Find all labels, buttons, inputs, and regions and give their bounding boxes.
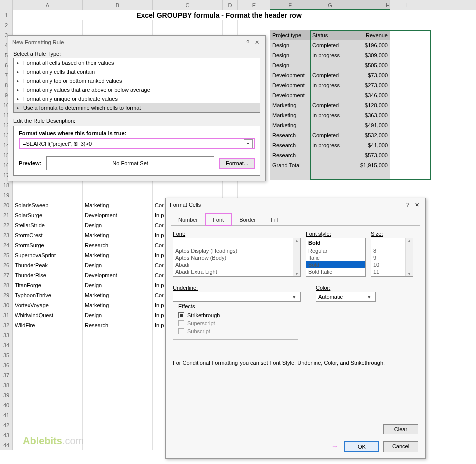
cell[interactable] (350, 20, 390, 30)
cell[interactable] (390, 90, 422, 100)
cell[interactable]: Development (270, 80, 310, 90)
cell[interactable]: Completed (310, 130, 350, 140)
cell[interactable] (390, 110, 422, 120)
cell[interactable]: Design (270, 50, 310, 60)
cell[interactable] (13, 340, 83, 350)
cell[interactable] (153, 180, 223, 190)
cell[interactable]: WhirlwindQuest (13, 310, 83, 320)
font-style-listbox[interactable]: Bold RegularItalicBoldBold Italic (306, 238, 366, 277)
cell[interactable]: Research (270, 150, 310, 160)
cell[interactable]: Project type (270, 30, 310, 40)
cell[interactable] (390, 120, 422, 130)
format-button[interactable]: Format... (219, 158, 255, 169)
row-header[interactable]: 37 (0, 370, 13, 380)
row-header[interactable]: 1 (0, 10, 13, 20)
cell[interactable]: $196,000 (350, 40, 390, 50)
row-header[interactable]: 26 (0, 260, 13, 270)
row-header[interactable]: 43 (0, 430, 13, 440)
help-icon[interactable]: ? (243, 39, 252, 45)
tab-number[interactable]: Number (171, 214, 205, 226)
cell[interactable] (390, 70, 422, 80)
cell[interactable] (310, 60, 350, 70)
row-header[interactable]: 35 (0, 350, 13, 360)
cell[interactable] (390, 50, 422, 60)
style-option[interactable]: Bold (306, 261, 365, 268)
cell[interactable]: $1,915,000 (350, 160, 390, 170)
cell[interactable] (390, 20, 422, 30)
row-header[interactable]: 42 (0, 420, 13, 430)
cell[interactable] (83, 430, 153, 440)
cell[interactable]: $505,000 (350, 60, 390, 70)
font-option[interactable]: Aptos Narrow (Body) (173, 254, 300, 261)
cell[interactable] (13, 420, 83, 430)
row-header[interactable]: 24 (0, 240, 13, 250)
cell[interactable]: Design (270, 40, 310, 50)
cell[interactable]: $128,000 (350, 100, 390, 110)
row-header[interactable]: 2 (0, 20, 13, 30)
cell[interactable] (270, 170, 310, 180)
tab-border[interactable]: Border (231, 214, 263, 226)
cell[interactable] (83, 380, 153, 390)
tab-fill[interactable]: Fill (263, 214, 285, 226)
cell[interactable] (13, 360, 83, 370)
row-header[interactable]: 20 (0, 200, 13, 210)
cell[interactable]: Research (83, 240, 153, 250)
cell[interactable] (153, 20, 223, 30)
cell[interactable] (13, 190, 83, 200)
cell[interactable]: Development (270, 70, 310, 80)
cell[interactable] (390, 140, 422, 150)
cell[interactable] (83, 400, 153, 410)
row-header[interactable]: 19 (0, 190, 13, 200)
cell[interactable]: Grand Total (270, 160, 310, 170)
row-header[interactable]: 18 (0, 180, 13, 190)
cell[interactable] (390, 30, 422, 40)
style-option[interactable]: Regular (306, 247, 365, 254)
cell[interactable]: Marketing (83, 290, 153, 300)
cell[interactable] (390, 40, 422, 50)
row-header[interactable]: 23 (0, 230, 13, 240)
cell[interactable]: Marketing (270, 110, 310, 120)
cell[interactable] (83, 390, 153, 400)
cell[interactable]: SolarisSweep (13, 200, 83, 210)
row-header[interactable]: 40 (0, 400, 13, 410)
cell[interactable] (310, 120, 350, 130)
cell[interactable] (310, 90, 350, 100)
tab-font[interactable]: Font (205, 214, 231, 226)
range-selector-icon[interactable]: ⭱ (244, 139, 253, 148)
cell[interactable]: Marketing (83, 230, 153, 240)
row-header[interactable]: 38 (0, 380, 13, 390)
cell[interactable]: Development (83, 270, 153, 280)
cell[interactable]: StormCrest (13, 230, 83, 240)
font-style-input[interactable]: Bold (306, 238, 365, 247)
cell[interactable]: SolarSurge (13, 210, 83, 220)
cell[interactable] (350, 170, 390, 180)
font-option[interactable]: Aptos Display (Headings) (173, 247, 300, 254)
font-option[interactable]: ADLaM Display (173, 275, 300, 277)
rule-type-item[interactable]: Format only values that are above or bel… (14, 85, 260, 94)
cell[interactable] (238, 180, 270, 190)
row-header[interactable]: 28 (0, 280, 13, 290)
row-header[interactable]: 34 (0, 340, 13, 350)
cell[interactable] (390, 180, 422, 190)
cell[interactable]: Design (83, 260, 153, 270)
row-header[interactable]: 32 (0, 320, 13, 330)
rule-type-item[interactable]: Format only cells that contain (14, 67, 260, 76)
col-header-B[interactable]: B (83, 0, 153, 10)
cell[interactable] (13, 180, 83, 190)
cell[interactable]: VortexVoyage (13, 300, 83, 310)
cell[interactable] (83, 410, 153, 420)
rule-type-list[interactable]: Format all cells based on their valuesFo… (13, 58, 260, 113)
col-header-G[interactable]: G (310, 0, 350, 10)
subscript-checkbox[interactable]: Subscript (178, 327, 293, 335)
cell[interactable]: TitanForge (13, 280, 83, 290)
cell[interactable]: TyphoonThrive (13, 290, 83, 300)
row-header[interactable]: 30 (0, 300, 13, 310)
cell[interactable] (223, 180, 238, 190)
cell[interactable] (83, 330, 153, 340)
cell[interactable] (83, 350, 153, 360)
cell[interactable] (83, 360, 153, 370)
font-option[interactable]: Abadi (173, 261, 300, 268)
cell[interactable]: $346,000 (350, 90, 390, 100)
close-icon[interactable]: ✕ (412, 202, 421, 208)
col-header-C[interactable]: C (153, 0, 223, 10)
